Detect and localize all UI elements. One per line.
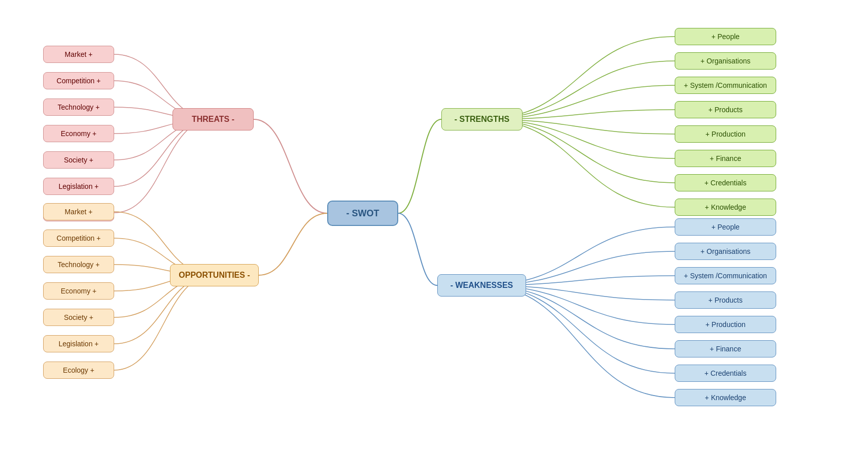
leaf-label: + Finance bbox=[710, 154, 741, 162]
leaf-item[interactable]: Technology + bbox=[43, 99, 114, 116]
leaf-label: + System /Communication bbox=[684, 81, 767, 89]
leaf-label: Competition + bbox=[57, 77, 101, 85]
leaf-label: Legislation + bbox=[58, 340, 98, 348]
opportunities-label: OPPORTUNITIES - bbox=[179, 271, 250, 280]
leaf-label: Legislation + bbox=[58, 182, 98, 190]
leaf-label: + Production bbox=[706, 130, 746, 138]
leaf-label: + Production bbox=[706, 320, 746, 329]
leaf-item[interactable]: + Finance bbox=[675, 340, 776, 357]
leaf-label: + Finance bbox=[710, 345, 741, 353]
leaf-label: + System /Communication bbox=[684, 272, 767, 280]
leaf-item[interactable]: + Organisations bbox=[675, 243, 776, 260]
leaf-label: Society + bbox=[64, 313, 93, 321]
leaf-item[interactable]: + Production bbox=[675, 316, 776, 333]
threats-label: THREATS - bbox=[192, 115, 234, 124]
leaf-item[interactable]: + Knowledge bbox=[675, 199, 776, 216]
leaf-label: Economy + bbox=[61, 129, 96, 138]
leaf-label: + Organisations bbox=[701, 57, 750, 65]
leaf-item[interactable]: Legislation + bbox=[43, 178, 114, 195]
weaknesses-label: - WEAKNESSES bbox=[450, 281, 513, 290]
leaf-label: + Products bbox=[708, 296, 742, 304]
weaknesses-node[interactable]: - WEAKNESSES bbox=[437, 274, 526, 297]
leaf-item[interactable]: + People bbox=[675, 28, 776, 45]
leaf-label: Economy + bbox=[61, 287, 96, 295]
leaf-item[interactable]: + People bbox=[675, 218, 776, 236]
opportunities-node[interactable]: OPPORTUNITIES - bbox=[170, 264, 259, 286]
leaf-label: + Products bbox=[708, 106, 742, 114]
leaf-item[interactable]: Ecology + bbox=[43, 362, 114, 379]
threats-node[interactable]: THREATS - bbox=[172, 108, 254, 130]
leaf-item[interactable]: + Credentials bbox=[675, 174, 776, 191]
swot-label: - SWOT bbox=[346, 208, 379, 219]
leaf-label: Society + bbox=[64, 156, 93, 164]
leaf-item[interactable]: Competition + bbox=[43, 72, 114, 89]
swot-center[interactable]: - SWOT bbox=[327, 201, 398, 226]
leaf-label: Market + bbox=[65, 50, 93, 58]
leaf-item[interactable]: + Products bbox=[675, 101, 776, 118]
leaf-item[interactable]: Market + bbox=[43, 203, 114, 220]
leaf-item[interactable]: + System /Communication bbox=[675, 267, 776, 284]
leaf-label: + People bbox=[711, 223, 740, 231]
leaf-item[interactable]: + Production bbox=[675, 125, 776, 143]
leaf-label: + Credentials bbox=[705, 179, 747, 187]
leaf-item[interactable]: Market + bbox=[43, 46, 114, 63]
leaf-item[interactable]: Society + bbox=[43, 309, 114, 326]
leaf-label: Technology + bbox=[58, 103, 100, 111]
leaf-item[interactable]: Technology + bbox=[43, 256, 114, 273]
strengths-label: - STRENGTHS bbox=[455, 115, 509, 124]
leaf-item[interactable]: Economy + bbox=[43, 125, 114, 142]
strengths-node[interactable]: - STRENGTHS bbox=[441, 108, 523, 130]
leaf-item[interactable]: + Finance bbox=[675, 150, 776, 167]
leaf-item[interactable]: + Organisations bbox=[675, 52, 776, 70]
leaf-label: + Credentials bbox=[705, 369, 747, 377]
leaf-item[interactable]: Legislation + bbox=[43, 335, 114, 352]
leaf-label: Technology + bbox=[58, 260, 100, 269]
leaf-label: + Knowledge bbox=[705, 394, 746, 402]
leaf-label: + Knowledge bbox=[705, 203, 746, 211]
leaf-item[interactable]: Competition + bbox=[43, 230, 114, 247]
leaf-item[interactable]: Economy + bbox=[43, 282, 114, 300]
leaf-label: Market + bbox=[65, 208, 93, 216]
leaf-label: Competition + bbox=[57, 234, 101, 242]
leaf-item[interactable]: + Products bbox=[675, 291, 776, 309]
leaf-item[interactable]: + System /Communication bbox=[675, 77, 776, 94]
leaf-label: Ecology + bbox=[63, 366, 94, 374]
leaf-label: + People bbox=[711, 32, 740, 41]
leaf-item[interactable]: Society + bbox=[43, 151, 114, 169]
leaf-item[interactable]: + Knowledge bbox=[675, 389, 776, 406]
leaf-label: + Organisations bbox=[701, 247, 750, 255]
leaf-item[interactable]: + Credentials bbox=[675, 365, 776, 382]
